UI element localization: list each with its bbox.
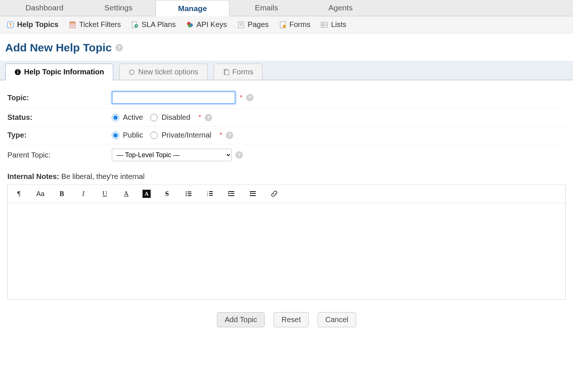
subnav-api-keys[interactable]: API Keys: [186, 20, 227, 29]
internal-notes-header: Internal Notes: Be liberal, they're inte…: [7, 166, 566, 185]
tab-label: Help Topic Information: [24, 68, 104, 76]
subnav-forms[interactable]: Forms: [279, 20, 311, 29]
tab-help-topic-info[interactable]: Help Topic Information: [5, 64, 113, 80]
unordered-list-icon[interactable]: [183, 189, 194, 199]
tab-forms[interactable]: Forms: [214, 64, 263, 80]
subnav-lists[interactable]: Lists: [321, 20, 346, 29]
type-private-label: Private/Internal: [161, 131, 211, 139]
bold-icon[interactable]: B: [57, 189, 67, 199]
link-icon[interactable]: [269, 189, 279, 199]
svg-rect-42: [250, 191, 256, 192]
svg-marker-44: [250, 192, 251, 195]
page-title-text: Add New Help Topic: [5, 41, 112, 54]
svg-rect-11: [238, 22, 244, 28]
nav-label: Emails: [255, 3, 278, 12]
font-size-icon[interactable]: Aa: [35, 189, 46, 199]
paragraph-icon[interactable]: ¶: [14, 189, 24, 199]
status-disabled-radio[interactable]: [150, 114, 158, 121]
outdent-icon[interactable]: [226, 189, 237, 199]
subnav-ticket-filters[interactable]: Ticket Filters: [69, 20, 121, 29]
subnav-sla-plans[interactable]: SLA Plans: [131, 20, 175, 29]
tab-label: Forms: [232, 68, 254, 76]
svg-point-30: [186, 195, 187, 196]
svg-rect-27: [188, 192, 191, 192]
api-icon: [186, 21, 194, 28]
type-private-radio[interactable]: [150, 132, 158, 139]
required-marker: *: [220, 131, 222, 139]
svg-rect-25: [225, 70, 229, 75]
add-topic-button[interactable]: Add Topic: [217, 312, 265, 327]
nav-emails[interactable]: Emails: [229, 0, 304, 16]
svg-point-16: [283, 25, 286, 28]
parent-topic-select[interactable]: — Top-Level Topic —: [112, 149, 232, 161]
cancel-button[interactable]: Cancel: [318, 312, 356, 327]
subnav-label: Forms: [289, 20, 311, 29]
svg-point-23: [17, 70, 19, 71]
svg-rect-37: [209, 195, 213, 196]
nav-label: Manage: [178, 4, 207, 13]
help-icon[interactable]: ?: [246, 94, 254, 101]
tab-new-ticket-options[interactable]: New ticket options: [119, 64, 207, 80]
nav-dashboard[interactable]: Dashboard: [7, 0, 81, 16]
forms-icon: [279, 21, 286, 28]
svg-marker-40: [228, 192, 230, 195]
pages-icon: [237, 21, 245, 28]
ordered-list-icon[interactable]: 123: [205, 189, 215, 199]
type-public-label: Public: [123, 131, 143, 139]
status-active-radio[interactable]: [112, 114, 119, 121]
help-icon[interactable]: ?: [235, 151, 243, 159]
italic-icon[interactable]: I: [78, 189, 88, 199]
type-public-radio[interactable]: [112, 132, 119, 139]
subnav-label: SLA Plans: [141, 20, 175, 29]
internal-notes-label: Internal Notes:: [7, 172, 59, 180]
svg-point-28: [186, 193, 187, 195]
page-title: Add New Help Topic ?: [5, 41, 568, 54]
svg-rect-31: [188, 195, 191, 196]
svg-rect-41: [228, 195, 234, 196]
background-color-icon[interactable]: A: [143, 190, 151, 198]
svg-rect-38: [228, 191, 234, 192]
svg-rect-35: [209, 193, 213, 194]
status-label: Status:: [7, 113, 112, 122]
svg-rect-45: [250, 195, 256, 196]
svg-rect-43: [252, 193, 256, 194]
subnav-label: Help Topics: [17, 20, 58, 29]
strikethrough-icon[interactable]: S: [162, 189, 172, 199]
forms-tab-icon: [223, 69, 229, 75]
subnav-label: Ticket Filters: [79, 20, 121, 29]
nav-manage[interactable]: Manage: [155, 0, 229, 16]
svg-rect-33: [209, 191, 213, 192]
internal-notes-hint: Be liberal, they're internal: [61, 172, 145, 180]
svg-rect-22: [17, 71, 18, 74]
subnav-help-topics[interactable]: ? Help Topics: [7, 20, 58, 29]
tab-label: New ticket options: [138, 68, 198, 76]
reset-button[interactable]: Reset: [274, 312, 308, 327]
underline-icon[interactable]: U: [100, 189, 110, 199]
nav-label: Agents: [328, 3, 352, 12]
topic-input[interactable]: [112, 91, 235, 104]
help-icon[interactable]: ?: [115, 44, 123, 51]
svg-rect-29: [188, 193, 191, 194]
svg-text:3: 3: [207, 195, 208, 197]
notes-textarea[interactable]: [8, 203, 565, 299]
svg-rect-39: [231, 193, 234, 194]
help-icon[interactable]: ?: [226, 132, 233, 139]
info-icon: [14, 69, 21, 75]
rich-text-editor: ¶ Aa B I U A A S 123: [7, 185, 566, 300]
help-topic-icon: ?: [7, 21, 14, 28]
status-disabled-label: Disabled: [161, 113, 190, 122]
svg-point-26: [186, 192, 187, 193]
type-label: Type:: [7, 131, 112, 139]
text-color-icon[interactable]: A: [121, 189, 131, 199]
nav-settings[interactable]: Settings: [81, 0, 155, 16]
svg-text:?: ?: [9, 22, 12, 28]
svg-rect-3: [70, 22, 75, 24]
indent-icon[interactable]: [248, 189, 258, 199]
subnav-label: Lists: [331, 20, 346, 29]
nav-label: Settings: [104, 3, 133, 12]
nav-agents[interactable]: Agents: [304, 0, 378, 16]
parent-topic-label: Parent Topic:: [7, 151, 112, 159]
subnav-pages[interactable]: Pages: [237, 20, 269, 29]
help-icon[interactable]: ?: [205, 114, 212, 121]
subnav-label: API Keys: [197, 20, 227, 29]
